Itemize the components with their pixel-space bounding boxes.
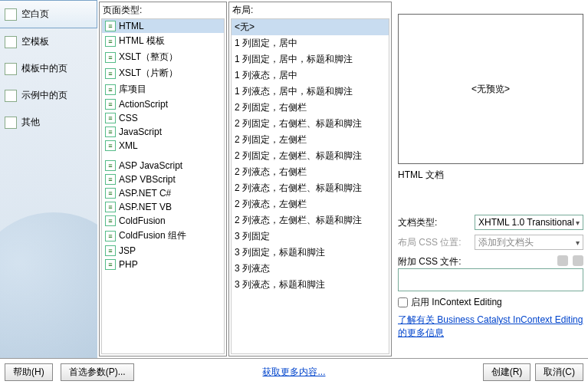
layout-item[interactable]: 1 列固定，居中 (232, 35, 389, 51)
layout-label: 3 列液态 (235, 262, 270, 275)
layout-item[interactable]: 1 列固定，居中，标题和脚注 (232, 51, 389, 67)
page-type-header: 页面类型: (100, 2, 226, 18)
sidebar-item-blank[interactable]: 空白页 (0, 0, 97, 28)
layout-label: 3 列液态，标题和脚注 (235, 278, 325, 291)
layout-label: 2 列液态，右侧栏 (235, 166, 307, 179)
page-type-label: ASP VBScript (119, 174, 176, 185)
layout-item[interactable]: 3 列固定，标题和脚注 (232, 245, 389, 261)
layout-item[interactable]: 3 列液态 (232, 261, 389, 277)
right-column: <无预览> HTML 文档 文档类型: XHTML 1.0 Transition… (392, 0, 588, 358)
csspos-value: 添加到文档头 (478, 236, 534, 249)
page-type-label: ASP JavaScript (119, 160, 182, 171)
page-type-list[interactable]: ≡HTML≡HTML 模板≡XSLT（整页）≡XSLT（片断）≡库项目≡Acti… (101, 18, 225, 354)
trash-icon[interactable] (573, 255, 583, 266)
learn-more-link[interactable]: 了解有关 Business Catalyst InContext Editing… (398, 314, 583, 340)
prefs-button[interactable]: 首选参数(P)... (61, 363, 134, 381)
help-button[interactable]: 帮助(H) (5, 363, 53, 381)
file-icon: ≡ (105, 52, 116, 63)
page-type-item[interactable]: ≡ColdFusion 组件 (102, 228, 224, 244)
file-icon: ≡ (105, 245, 116, 256)
sidebar-label: 其他 (21, 116, 40, 129)
doctype-label: 文档类型: (398, 216, 475, 229)
layout-label: 2 列固定，左侧栏 (235, 133, 307, 146)
page-type-label: XSLT（整页） (119, 51, 178, 64)
enable-ice-checkbox[interactable] (398, 297, 408, 307)
attach-css-input[interactable] (398, 268, 583, 291)
layout-item[interactable]: 1 列液态，居中，标题和脚注 (232, 84, 389, 100)
cancel-button[interactable]: 取消(C) (535, 363, 583, 381)
page-icon (5, 63, 17, 75)
layout-label: 1 列液态，居中 (235, 69, 297, 82)
file-icon: ≡ (105, 84, 116, 95)
file-icon: ≡ (105, 140, 116, 151)
link-icon[interactable] (557, 255, 568, 266)
file-icon: ≡ (105, 99, 116, 110)
layout-label: 2 列液态，右侧栏、标题和脚注 (235, 182, 362, 195)
page-type-item[interactable]: ≡HTML (102, 19, 224, 33)
create-button[interactable]: 创建(R) (483, 363, 531, 381)
page-type-item[interactable]: ≡ColdFusion (102, 214, 224, 228)
page-type-label: ColdFusion (119, 215, 166, 226)
page-type-label: 库项目 (119, 83, 146, 96)
attach-label: 附加 CSS 文件: (398, 255, 475, 268)
sidebar-item-sample[interactable]: 示例中的页 (0, 82, 97, 109)
layout-label: 1 列液态，居中，标题和脚注 (235, 85, 353, 98)
no-preview-text: <无预览> (471, 83, 510, 96)
layout-item[interactable]: 2 列固定，左侧栏 (232, 132, 389, 148)
page-type-item[interactable]: ≡ASP.NET VB (102, 200, 224, 214)
page-icon (5, 90, 17, 102)
layout-column: 布局: <无>1 列固定，居中1 列固定，居中，标题和脚注1 列液态，居中1 列… (228, 2, 392, 356)
page-type-item[interactable]: ≡JSP (102, 244, 224, 258)
page-type-item[interactable]: ≡HTML 模板 (102, 33, 224, 49)
page-type-item[interactable]: ≡CSS (102, 111, 224, 125)
sidebar-label: 示例中的页 (21, 89, 67, 102)
page-type-item[interactable]: ≡XML (102, 139, 224, 153)
layout-list[interactable]: <无>1 列固定，居中1 列固定，居中，标题和脚注1 列液态，居中1 列液态，居… (231, 18, 389, 354)
file-icon: ≡ (105, 231, 116, 242)
file-icon: ≡ (105, 36, 116, 47)
file-icon: ≡ (105, 113, 116, 123)
file-icon: ≡ (105, 215, 116, 226)
csspos-select: 添加到文档头 ▾ (475, 235, 583, 250)
chevron-down-icon: ▾ (576, 238, 580, 247)
layout-item[interactable]: 1 列液态，居中 (232, 67, 389, 84)
layout-item[interactable]: 2 列液态，右侧栏 (232, 164, 389, 180)
sidebar-item-template[interactable]: 空模板 (0, 28, 97, 55)
file-icon: ≡ (105, 202, 116, 212)
sidebar-item-other[interactable]: 其他 (0, 109, 97, 136)
file-icon: ≡ (105, 68, 116, 79)
page-type-item[interactable]: ≡ASP JavaScript (102, 159, 224, 172)
page-type-label: CSS (119, 113, 138, 123)
file-icon: ≡ (105, 259, 116, 270)
enable-ice-label: 启用 InContext Editing (411, 296, 502, 309)
layout-label: 2 列固定，右侧栏、标题和脚注 (235, 117, 362, 130)
page-type-item[interactable]: ≡PHP (102, 258, 224, 271)
sidebar-item-template-page[interactable]: 模板中的页 (0, 55, 97, 82)
page-type-column: 页面类型: ≡HTML≡HTML 模板≡XSLT（整页）≡XSLT（片断）≡库项… (99, 2, 227, 356)
layout-label: 2 列液态，左侧栏、标题和脚注 (235, 214, 362, 227)
layout-item[interactable]: 2 列固定，右侧栏、标题和脚注 (232, 116, 389, 132)
page-type-label: ASP.NET VB (119, 202, 172, 212)
layout-item[interactable]: 2 列液态，左侧栏、标题和脚注 (232, 212, 389, 228)
file-icon: ≡ (105, 127, 116, 137)
page-type-item[interactable]: ≡ActionScript (102, 97, 224, 111)
layout-item[interactable]: 2 列液态，右侧栏、标题和脚注 (232, 180, 389, 196)
page-type-item[interactable]: ≡库项目 (102, 81, 224, 97)
page-type-label: ASP.NET C# (119, 188, 171, 199)
page-type-label: XSLT（片断） (119, 67, 178, 80)
doctype-select[interactable]: XHTML 1.0 Transitional ▾ (475, 215, 583, 230)
layout-label: 2 列液态，左侧栏 (235, 198, 307, 211)
get-more-link[interactable]: 获取更多内容... (262, 366, 325, 379)
page-type-item[interactable]: ≡XSLT（整页） (102, 49, 224, 65)
page-type-item[interactable]: ≡ASP.NET C# (102, 186, 224, 200)
layout-item[interactable]: 3 列液态，标题和脚注 (232, 277, 389, 293)
page-type-item[interactable]: ≡XSLT（片断） (102, 65, 224, 81)
page-type-item[interactable]: ≡ASP VBScript (102, 172, 224, 186)
layout-item[interactable]: <无> (232, 19, 389, 35)
layout-item[interactable]: 2 列固定，左侧栏、标题和脚注 (232, 148, 389, 164)
doctype-value: XHTML 1.0 Transitional (478, 217, 574, 228)
page-type-item[interactable]: ≡JavaScript (102, 125, 224, 139)
layout-item[interactable]: 3 列固定 (232, 228, 389, 245)
layout-item[interactable]: 2 列液态，左侧栏 (232, 196, 389, 212)
layout-item[interactable]: 2 列固定，右侧栏 (232, 100, 389, 116)
